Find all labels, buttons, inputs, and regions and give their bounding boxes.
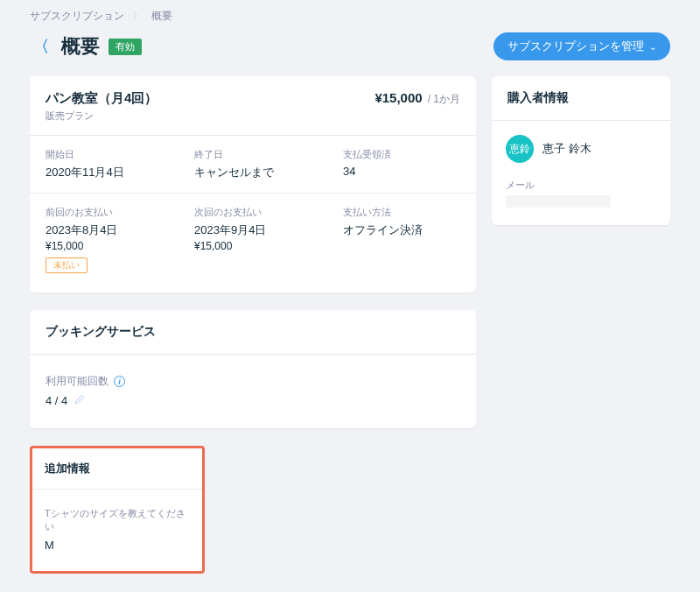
next-payment-label: 次回のお支払い xyxy=(194,206,312,219)
available-count-label: 利用可能回数 xyxy=(46,374,108,389)
booking-services-card: ブッキングサービス 利用可能回数 i 4 / 4 xyxy=(30,310,476,428)
available-count-value: 4 / 4 xyxy=(46,394,67,407)
status-badge: 有効 xyxy=(108,39,142,55)
manage-subscription-button[interactable]: サブスクリプションを管理 ⌄ xyxy=(494,32,670,60)
manage-button-label: サブスクリプションを管理 xyxy=(508,39,644,54)
next-payment-amount: ¥15,000 xyxy=(194,240,312,252)
back-button[interactable]: 〈 xyxy=(30,34,52,59)
additional-info-title: 追加情報 xyxy=(32,448,202,490)
plan-name: パン教室（月4回） xyxy=(46,90,158,107)
start-date-label: 開始日 xyxy=(46,148,163,161)
additional-answer: M xyxy=(45,539,190,552)
last-payment-label: 前回のお支払い xyxy=(46,206,163,219)
unpaid-badge: 未払い xyxy=(46,257,88,273)
payment-method-label: 支払い方法 xyxy=(343,206,460,219)
buyer-name[interactable]: 恵子 鈴木 xyxy=(542,141,592,157)
breadcrumb: サブスクリプション 〉 概要 xyxy=(30,9,670,24)
breadcrumb-current: 概要 xyxy=(151,9,172,24)
additional-info-card: 追加情報 Tシャツのサイズを教えてください M xyxy=(30,446,205,574)
last-payment-date: 2023年8月4日 xyxy=(46,222,163,238)
start-date-value: 2020年11月4日 xyxy=(46,165,163,180)
last-payment-amount: ¥15,000 xyxy=(46,240,163,252)
booking-services-title: ブッキングサービス xyxy=(30,310,476,355)
plan-price: ¥15,000 xyxy=(374,90,422,105)
payment-method-value: オフライン決済 xyxy=(343,222,460,238)
next-payment-date: 2023年9月4日 xyxy=(194,222,312,238)
buyer-info-title: 購入者情報 xyxy=(492,76,670,121)
end-date-label: 終了日 xyxy=(194,148,312,161)
plan-subtitle: 販売プラン xyxy=(46,109,158,123)
end-date-value: キャンセルまで xyxy=(194,165,312,180)
page-title: 概要 xyxy=(61,33,100,60)
payments-received-label: 支払受領済 xyxy=(343,148,460,161)
plan-card: パン教室（月4回） 販売プラン ¥15,000 / 1か月 開始日 2020年1… xyxy=(30,76,476,292)
buyer-email-label: メール xyxy=(506,179,656,192)
plan-period: / 1か月 xyxy=(428,92,460,107)
info-icon[interactable]: i xyxy=(114,376,125,387)
avatar[interactable]: 恵鈴 xyxy=(506,135,534,163)
buyer-email-value xyxy=(506,195,611,208)
chevron-down-icon: ⌄ xyxy=(649,42,656,52)
breadcrumb-root[interactable]: サブスクリプション xyxy=(30,9,124,24)
buyer-info-card: 購入者情報 恵鈴 恵子 鈴木 メール xyxy=(492,76,670,225)
payments-received-value: 34 xyxy=(343,165,460,178)
edit-icon[interactable] xyxy=(74,394,85,407)
chevron-right-icon: 〉 xyxy=(133,10,143,23)
additional-question: Tシャツのサイズを教えてください xyxy=(45,507,190,533)
